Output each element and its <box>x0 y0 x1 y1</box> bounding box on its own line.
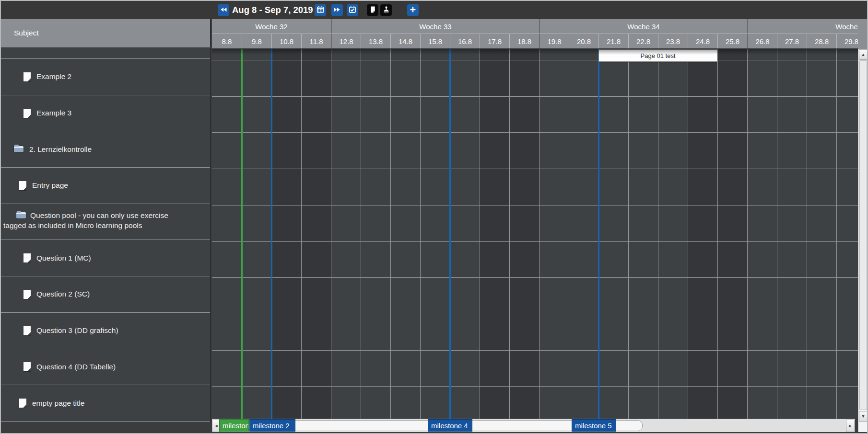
calendar-icon <box>317 6 324 15</box>
scroll-down-button[interactable]: ▼ <box>859 411 868 422</box>
week-header-row: Woche 32Woche 33Woche 34Woche 35 <box>212 19 858 34</box>
grid-vertical-line <box>420 49 421 419</box>
page-icon <box>369 6 376 15</box>
sidebar-row[interactable]: Example 1 <box>1 48 210 59</box>
day-header-cell: 17.8 <box>480 34 509 48</box>
calendar-button[interactable] <box>315 4 326 16</box>
day-header-cell: 15.8 <box>420 34 450 48</box>
milestone-guide-line <box>271 49 272 419</box>
subject-tree: Example 1Example 2Example 32. Lernzielko… <box>1 48 211 422</box>
day-header-cell: 8.8 <box>212 34 242 48</box>
sidebar-row[interactable]: Question 4 (DD Tabelle) <box>1 349 210 386</box>
horizontal-scrollbar[interactable]: ◄ ► milestone 1milestone 2milestone 4mil… <box>212 419 855 432</box>
grid-horizontal-line <box>212 277 858 278</box>
grid-vertical-line <box>390 49 391 419</box>
grid-vertical-line <box>628 49 629 419</box>
sidebar-row-label: Entry page <box>32 181 68 190</box>
grid-vertical-line <box>509 49 510 419</box>
day-header-cell: 25.8 <box>717 34 747 48</box>
show-milestones-button[interactable] <box>347 4 358 16</box>
page-icon <box>23 253 31 263</box>
sidebar-row[interactable]: Example 3 <box>1 95 210 132</box>
day-header-cell: 19.8 <box>539 34 569 48</box>
folder-icon <box>14 146 23 152</box>
grid-vertical-line <box>717 49 718 419</box>
day-header-cell: 11.8 <box>301 34 331 48</box>
grid-horizontal-line <box>212 96 858 97</box>
calendar-check-icon <box>349 6 356 15</box>
vertical-scrollbar-thumb[interactable] <box>859 60 867 410</box>
grid-horizontal-line <box>212 205 858 206</box>
grid-horizontal-line <box>212 350 858 351</box>
day-header-cell: 27.8 <box>777 34 807 48</box>
toolbar: Aug 8 - Sep 7, 2019 <box>1 1 867 19</box>
grid-vertical-line <box>688 49 688 419</box>
week-header-cell: Woche 35 <box>747 19 858 34</box>
milestone[interactable]: milestone 5 <box>572 419 616 432</box>
subject-column-header: Subject <box>1 19 211 48</box>
next-period-button[interactable] <box>331 4 343 16</box>
grid-vertical-line <box>539 49 540 419</box>
fast-forward-icon <box>334 6 340 14</box>
grid-vertical-line <box>569 49 569 419</box>
grid-vertical-line <box>480 49 480 419</box>
page-icon <box>23 362 31 371</box>
date-range-label: Aug 8 - Sep 7, 2019 <box>232 4 313 16</box>
milestone[interactable]: milestone 4 <box>428 419 472 432</box>
milestone-guide-line <box>598 49 599 419</box>
grid-vertical-line <box>836 49 837 419</box>
day-header-cell: 20.8 <box>569 34 598 48</box>
grid-vertical-line <box>331 49 331 419</box>
gantt-planner-app: Aug 8 - Sep 7, 2019 <box>0 0 868 434</box>
sidebar-row-label: Question 3 (DD grafisch) <box>36 326 118 335</box>
grid-horizontal-line <box>212 169 858 169</box>
subject-header-label: Subject <box>14 29 39 37</box>
sidebar-row[interactable]: Question 2 (SC) <box>1 276 210 313</box>
day-header-row: 8.89.810.811.812.813.814.815.816.817.818… <box>212 34 858 49</box>
sidebar-row[interactable]: Question pool - you can only use exercis… <box>1 204 210 240</box>
sidebar-row-label: 2. Lernzielkontrolle <box>29 145 92 154</box>
milestone[interactable]: milestone 2 <box>249 419 295 432</box>
sidebar-row[interactable]: Example 2 <box>1 59 210 95</box>
grid-vertical-line <box>807 49 807 419</box>
grid-vertical-line <box>777 49 777 419</box>
page-icon <box>19 399 26 408</box>
header-corner <box>858 19 868 49</box>
sidebar-row[interactable]: empty page title <box>1 385 210 422</box>
vertical-scrollbar[interactable]: ▲ ▼ <box>858 49 868 432</box>
grid-horizontal-line <box>212 386 858 387</box>
day-header-cell: 29.8 <box>836 34 858 48</box>
sidebar-row-label: Question 4 (DD Tabelle) <box>36 363 116 371</box>
sidebar-row-text: Question pool - you can only use exercis… <box>1 210 179 230</box>
add-button[interactable] <box>407 4 419 16</box>
week-header-cell: Woche 33 <box>331 19 539 34</box>
sidebar-row[interactable]: 2. Lernzielkontrolle <box>1 131 210 168</box>
rewind-icon <box>220 6 227 14</box>
stamp-button[interactable] <box>380 4 392 16</box>
sidebar-row[interactable]: Entry page <box>1 168 210 204</box>
sidebar-row[interactable]: Question 3 (DD grafisch) <box>1 313 210 349</box>
week-header-cell: Woche 34 <box>539 19 747 34</box>
day-header-cell: 13.8 <box>361 34 390 48</box>
page-icon <box>23 72 31 81</box>
day-header-cell: 24.8 <box>688 34 717 48</box>
day-header-cell: 22.8 <box>628 34 658 48</box>
day-header-cell: 23.8 <box>658 34 688 48</box>
scroll-right-button[interactable]: ► <box>846 420 855 432</box>
grid-horizontal-line <box>212 241 858 242</box>
day-header-cell: 16.8 <box>450 34 480 48</box>
scroll-up-button[interactable]: ▲ <box>859 49 868 60</box>
day-header-cell: 18.8 <box>509 34 539 48</box>
folder-icon <box>16 212 26 218</box>
sidebar-row[interactable]: Question 1 (MC) <box>1 240 210 276</box>
grid-horizontal-line <box>212 132 858 133</box>
previous-period-button[interactable] <box>218 4 229 16</box>
sidebar-row-label: Question 1 (MC) <box>36 254 91 263</box>
add-page-button[interactable] <box>367 4 378 16</box>
stamp-icon <box>383 6 390 15</box>
gantt-bar[interactable]: Page 01 test <box>598 49 717 62</box>
plus-icon <box>410 6 416 14</box>
grid-vertical-line <box>747 49 748 419</box>
milestone[interactable]: milestone 1 <box>219 419 249 432</box>
day-header-cell: 12.8 <box>331 34 361 48</box>
